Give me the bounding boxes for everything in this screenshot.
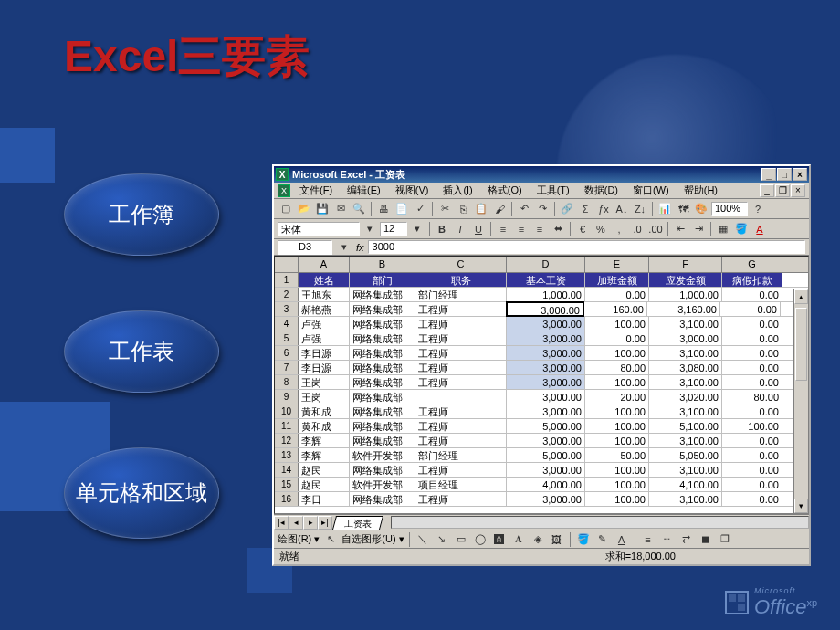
cell[interactable]: 网络集成部 (350, 331, 415, 345)
cell[interactable]: 0.00 (722, 375, 782, 389)
cell[interactable]: 100.00 (585, 317, 649, 331)
wordart-icon[interactable]: 𝐀 (510, 531, 527, 548)
cell[interactable]: 0.00 (585, 331, 649, 345)
cell[interactable]: 5,100.00 (649, 419, 722, 433)
inc-decimal-icon[interactable]: .0 (629, 221, 646, 237)
inc-indent-icon[interactable]: ⇥ (690, 221, 707, 237)
row-header[interactable]: 14 (275, 463, 299, 477)
cell[interactable]: 工程师 (415, 492, 507, 506)
fx-icon[interactable]: ƒx (595, 201, 612, 217)
cell[interactable]: 工程师 (415, 317, 507, 331)
cell[interactable]: 网络集成部 (350, 434, 415, 447)
menu-window[interactable]: 窗口(W) (627, 183, 675, 198)
cell[interactable]: 工程师 (415, 375, 507, 389)
table-row[interactable]: 3郝艳燕网络集成部工程师3,000.00160.003,160.000.00 (275, 302, 808, 317)
cell[interactable]: 李辉 (299, 448, 350, 462)
clipart-icon[interactable]: 🖼 (549, 531, 565, 548)
row-header[interactable]: 1 (275, 273, 299, 287)
chart-wizard-icon[interactable]: 📊 (656, 201, 673, 217)
cell[interactable]: 网络集成部 (350, 390, 415, 404)
cell[interactable]: 160.00 (583, 302, 647, 316)
font-dropdown-icon[interactable]: ▾ (362, 221, 378, 237)
fx-label[interactable]: fx (356, 242, 364, 253)
col-header-f[interactable]: F (649, 257, 722, 272)
link-icon[interactable]: 🔗 (559, 201, 575, 217)
cell[interactable]: 0.00 (722, 448, 782, 462)
cell[interactable]: 软件开发部 (350, 478, 415, 491)
cell[interactable]: 黄和成 (299, 419, 350, 433)
drawing-icon[interactable]: 🎨 (693, 201, 709, 217)
cell[interactable]: 3,000.00 (506, 301, 584, 317)
cell[interactable]: 100.00 (585, 375, 649, 389)
table-row[interactable]: 14赵民网络集成部工程师3,000.00100.003,100.000.00 (275, 463, 808, 478)
align-left-icon[interactable]: ≡ (495, 221, 511, 237)
cell[interactable]: 卢强 (299, 331, 350, 345)
name-dropdown-icon[interactable]: ▾ (336, 239, 352, 256)
cell[interactable]: 王岗 (299, 390, 350, 404)
cell[interactable]: 1,000.00 (507, 288, 585, 301)
dec-decimal-icon[interactable]: .00 (647, 221, 664, 237)
tab-next-icon[interactable]: ▸ (303, 516, 318, 530)
cell[interactable]: 100.00 (722, 419, 782, 433)
line-style-icon[interactable]: ≡ (640, 531, 656, 548)
formula-input[interactable]: 3000 (368, 240, 805, 254)
cell[interactable]: 100.00 (585, 346, 649, 360)
cell[interactable]: 工程师 (415, 346, 507, 360)
redo-icon[interactable]: ↷ (534, 201, 551, 217)
copy-icon[interactable]: ⎘ (455, 201, 471, 217)
underline-icon[interactable]: U (470, 221, 487, 237)
doc-restore-button[interactable]: ❐ (775, 184, 790, 197)
col-header-d[interactable]: D (507, 257, 585, 272)
cell[interactable]: 工程师 (415, 419, 507, 433)
name-box[interactable]: D3 (278, 240, 332, 255)
header-cell[interactable]: 部门 (350, 273, 415, 287)
menu-insert[interactable]: 插入(I) (437, 183, 478, 198)
cell[interactable]: 0.00 (722, 478, 782, 491)
cell[interactable]: 网络集成部 (350, 317, 415, 331)
cell[interactable]: 3,100.00 (649, 492, 722, 506)
cut-icon[interactable]: ✂ (436, 201, 453, 217)
cell[interactable]: 网络集成部 (350, 302, 415, 316)
header-cell[interactable]: 姓名 (299, 273, 350, 287)
arrow-icon[interactable]: ↘ (434, 531, 450, 548)
print-icon[interactable]: 🖶 (375, 201, 392, 217)
size-box[interactable]: 12 (380, 222, 407, 236)
sort-desc-icon[interactable]: Z↓ (632, 201, 648, 217)
paste-icon[interactable]: 📋 (473, 201, 489, 217)
diagram-icon[interactable]: ◈ (530, 531, 546, 548)
table-row[interactable]: 5卢强网络集成部工程师3,000.000.003,000.000.00 (275, 331, 808, 346)
sheet-tab-active[interactable]: 工资表 (332, 516, 383, 530)
header-row[interactable]: 1姓名部门职务基本工资加班金额应发金额病假扣款 (275, 273, 808, 288)
cell[interactable]: 0.00 (722, 361, 782, 374)
cell[interactable]: 工程师 (415, 404, 507, 418)
dash-style-icon[interactable]: ┄ (659, 531, 676, 548)
cell[interactable]: 3,000.00 (507, 390, 585, 404)
cell[interactable]: 3,100.00 (649, 317, 722, 331)
align-center-icon[interactable]: ≡ (513, 221, 530, 237)
cell[interactable]: 100.00 (585, 434, 649, 447)
table-row[interactable]: 9王岗网络集成部3,000.0020.003,020.0080.00 (275, 390, 808, 404)
cell[interactable]: 网络集成部 (350, 361, 415, 374)
scroll-thumb[interactable] (795, 308, 807, 381)
cell[interactable]: 3,000.00 (507, 346, 585, 360)
col-header-b[interactable]: B (350, 257, 415, 272)
row-header[interactable]: 15 (275, 478, 299, 491)
table-row[interactable]: 10黄和成网络集成部工程师3,000.00100.003,100.000.00 (275, 404, 808, 419)
cell[interactable]: 网络集成部 (350, 419, 415, 433)
line-color-icon[interactable]: ✎ (594, 531, 611, 548)
doc-minimize-button[interactable]: _ (760, 184, 774, 197)
font-color-icon[interactable]: A (751, 221, 768, 237)
spell-icon[interactable]: ✓ (412, 201, 428, 217)
cell[interactable]: 4,100.00 (649, 478, 722, 491)
cell[interactable]: 1,000.00 (649, 288, 722, 301)
cell[interactable]: 工程师 (415, 302, 507, 316)
row-header[interactable]: 3 (275, 302, 299, 316)
menu-view[interactable]: 视图(V) (390, 183, 435, 198)
undo-icon[interactable]: ↶ (516, 201, 532, 217)
cell[interactable]: 王旭东 (299, 288, 350, 301)
maximize-button[interactable]: □ (777, 168, 792, 181)
cell[interactable]: 0.00 (722, 492, 782, 506)
cell[interactable]: 100.00 (585, 478, 649, 491)
scroll-down-icon[interactable]: ▾ (794, 499, 808, 513)
select-objects-icon[interactable]: ↖ (322, 531, 339, 548)
